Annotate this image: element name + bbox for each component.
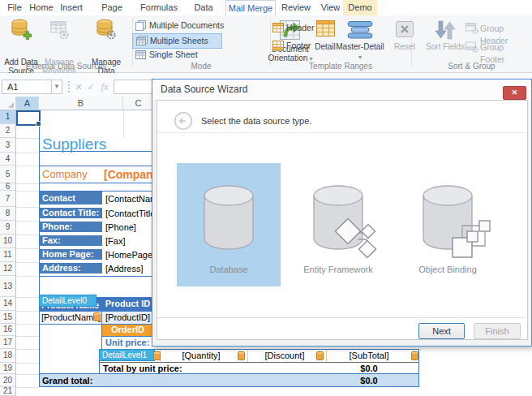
row-header-21[interactable]: 21 (0, 387, 16, 396)
row-header-14[interactable]: 14 (0, 297, 16, 311)
merge-label-cell: Fax: (39, 235, 102, 246)
row-header-7[interactable]: 7 (0, 191, 16, 207)
option-label: Entity Framework (286, 265, 390, 274)
subtotal-field-cell[interactable]: [SubTotal] (327, 349, 411, 363)
template-border (39, 386, 419, 387)
row-header-20[interactable]: 20 (0, 374, 16, 387)
detail-level1-tag[interactable]: DetailLevel1 (99, 349, 155, 361)
group-footer-icon (466, 41, 478, 54)
gridline (16, 387, 39, 388)
reset-button: Reset (392, 42, 418, 51)
row-header-15[interactable]: 15 (0, 311, 16, 324)
row-header-5[interactable]: 5 (0, 166, 16, 183)
select-all-corner[interactable] (0, 97, 16, 110)
order-id-header-cell: OrderID (101, 324, 154, 336)
unit-price-label: Unit price: (105, 336, 149, 349)
merge-label-cell: Phone: (39, 222, 102, 232)
row-header-3[interactable]: 3 (0, 138, 16, 153)
reset-icon (396, 21, 414, 39)
row-header-2[interactable]: 2 (0, 124, 16, 138)
col-header-c[interactable]: C (123, 97, 154, 110)
row-header-6[interactable]: 6 (0, 183, 16, 191)
row-header-13[interactable]: 13 (0, 276, 16, 297)
formula-bar-splitter[interactable] (68, 81, 70, 93)
row-header-16[interactable]: 16 (0, 324, 16, 336)
option-label: Database (177, 265, 281, 274)
app-window: File Home Insert Page Layout Formulas Da… (0, 0, 532, 396)
tab-mail-merge[interactable]: Mail Merge (225, 0, 276, 16)
manage-data-source-icon (96, 19, 117, 41)
template-border (39, 373, 419, 374)
group-footer-button: Group Footer (480, 41, 529, 54)
merge-label-cell: Address: (39, 263, 102, 273)
gridline (16, 235, 39, 235)
row-header-9[interactable]: 9 (0, 221, 16, 235)
col-header-b[interactable]: B (39, 97, 123, 110)
option-entity-framework[interactable]: Entity Framework (286, 163, 390, 286)
tab-page-layout[interactable]: Page Layout (88, 0, 136, 15)
row-header-10[interactable]: 10 (0, 235, 16, 248)
add-data-source-icon (11, 19, 32, 41)
gridline (16, 324, 39, 325)
row-header-19[interactable]: 19 (0, 363, 16, 374)
row-header-12[interactable]: 12 (0, 262, 16, 276)
row-header-11[interactable]: 11 (0, 248, 16, 262)
multiple-sheets-button[interactable]: Multiple Sheets (132, 33, 222, 49)
tab-formulas[interactable]: Formulas (136, 0, 182, 15)
dialog-prompt: Select the data source type. (201, 116, 311, 126)
single-sheet-button[interactable]: Single Sheet (132, 48, 247, 62)
merge-field-cell[interactable]: [HomePage] (105, 248, 155, 262)
name-box-dropdown[interactable]: ▼ (51, 80, 62, 94)
option-object-binding[interactable]: Object Binding (396, 163, 500, 286)
merge-field-cell[interactable]: [ContactTitle] (105, 207, 157, 221)
col-header-a[interactable]: A (16, 97, 39, 110)
merge-field-cell[interactable]: [Fax] (105, 235, 125, 248)
product-name-field-cell[interactable]: [ProductName] (39, 311, 101, 324)
master-detail-button[interactable]: Master-Detail (334, 42, 386, 62)
gridline (16, 138, 39, 139)
gridline (16, 311, 39, 312)
gridline (16, 166, 39, 166)
template-border (39, 311, 152, 312)
dialog-close-button[interactable]: ✕ (503, 86, 526, 100)
option-database[interactable]: Database (177, 163, 281, 286)
tab-view[interactable]: View (318, 0, 343, 15)
data-source-wizard-dialog: Data Source Wizard ✕ Select the data sou… (152, 79, 532, 346)
fx-icon: fx (98, 80, 111, 94)
tab-review[interactable]: Review (274, 0, 318, 15)
template-border (101, 297, 102, 349)
fill-handle[interactable] (36, 121, 41, 127)
gridline (16, 297, 39, 298)
multiple-sheets-label: Multiple Sheets (150, 36, 208, 45)
row-header-8[interactable]: 8 (0, 207, 16, 221)
product-id-field-cell[interactable]: [ProductID] (101, 311, 154, 324)
product-id-header-cell: Product ID (101, 297, 154, 311)
row-header-17[interactable]: 17 (0, 336, 16, 349)
multiple-documents-label: Multiple Documents (149, 20, 224, 30)
merge-field-cell[interactable]: [Phone] (105, 221, 136, 235)
template-border (39, 183, 152, 183)
row-header-1[interactable]: 1 (0, 110, 16, 124)
tab-demo[interactable]: Demo (343, 0, 377, 15)
header-button[interactable]: Header (286, 22, 320, 34)
tab-data[interactable]: Data (182, 0, 225, 15)
detail-level0-tag[interactable]: DetailLevel0 (39, 295, 97, 307)
multiple-documents-button[interactable]: Multiple Documents (132, 19, 247, 32)
next-button[interactable]: Next (418, 323, 465, 339)
header-icon (272, 23, 284, 35)
tab-home[interactable]: Home (28, 0, 55, 15)
row-header-18[interactable]: 18 (0, 349, 16, 363)
merge-label-cell: Home Page: (39, 249, 102, 260)
tab-insert[interactable]: Insert (55, 0, 88, 15)
quantity-field-cell[interactable]: [Quantity] (161, 349, 242, 363)
template-border (39, 110, 40, 387)
mail-merge-field-icon (93, 312, 101, 321)
total-value: $0.0 (327, 363, 411, 374)
sort-fields-icon (435, 19, 456, 42)
name-box[interactable]: A1 (2, 80, 52, 94)
tab-file[interactable]: File (2, 0, 28, 15)
merge-field-cell[interactable]: [Address] (105, 262, 143, 276)
row-header-4[interactable]: 4 (0, 153, 16, 166)
discount-field-cell[interactable]: [Discount] (248, 349, 321, 363)
company-label: Company (42, 166, 88, 183)
